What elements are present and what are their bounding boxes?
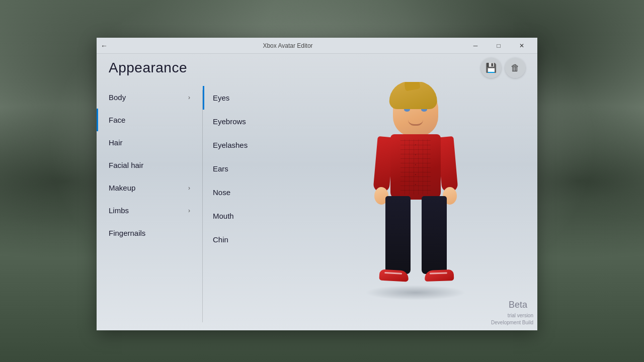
back-button[interactable]: ← — [101, 42, 108, 50]
avatar-pants-left — [385, 196, 411, 274]
sidebar-item-body[interactable]: Body › — [97, 86, 202, 109]
beta-label: Beta — [509, 300, 527, 310]
avatar-figure — [370, 86, 461, 298]
submenu-item-mouth[interactable]: Mouth — [203, 204, 293, 228]
sidebar-item-label: Face — [109, 116, 125, 124]
avatar-hair — [389, 82, 437, 109]
submenu-item-label: Ears — [213, 164, 228, 173]
submenu-item-label: Chin — [213, 235, 228, 244]
avatar-preview: Beta trial version Development Build — [293, 82, 537, 330]
sidebar-item-label: Facial hair — [109, 161, 143, 169]
main-area: Body › Face Hair Facial hair Makeup › Li — [97, 82, 537, 330]
sidebar-item-fingernails[interactable]: Fingernails — [97, 222, 202, 244]
submenu-item-label: Eyebrows — [213, 117, 246, 126]
sidebar-item-label: Makeup — [109, 184, 135, 192]
save-button[interactable]: 💾 — [481, 58, 501, 78]
avatar-shoe-left — [379, 269, 409, 282]
submenu-item-eyelashes[interactable]: Eyelashes — [203, 133, 293, 157]
submenu-item-label: Eyelashes — [213, 141, 248, 149]
restore-button[interactable]: □ — [487, 38, 510, 54]
submenu-item-eyes[interactable]: Eyes — [203, 86, 293, 110]
chevron-right-icon: › — [188, 207, 190, 214]
sidebar-item-label: Hair — [109, 138, 123, 147]
sidebar-item-label: Body — [109, 93, 126, 102]
sidebar-item-label: Limbs — [109, 206, 129, 215]
submenu-item-label: Nose — [213, 188, 230, 197]
chevron-right-icon: › — [188, 185, 190, 192]
left-menu: Body › Face Hair Facial hair Makeup › Li — [97, 82, 202, 330]
submenu-item-eyebrows[interactable]: Eyebrows — [203, 110, 293, 133]
submenu-item-label: Mouth — [213, 212, 234, 220]
submenu-item-ears[interactable]: Ears — [203, 157, 293, 180]
content-area: Appearance 💾 🗑 Body › Face Hair — [97, 54, 537, 330]
trial-label: trial version Development Build — [491, 312, 533, 326]
close-button[interactable]: ✕ — [510, 38, 533, 54]
avatar-pants-right — [422, 196, 447, 274]
sidebar-item-makeup[interactable]: Makeup › — [97, 176, 202, 199]
sub-menu: Eyes Eyebrows Eyelashes Ears Nose Mouth — [203, 82, 293, 330]
page-title: Appearance — [109, 60, 187, 76]
sidebar-item-facial-hair[interactable]: Facial hair — [97, 154, 202, 176]
submenu-item-chin[interactable]: Chin — [203, 228, 293, 251]
avatar-body — [390, 134, 441, 200]
sidebar-item-limbs[interactable]: Limbs › — [97, 199, 202, 222]
avatar-shoe-right — [424, 269, 454, 282]
delete-button[interactable]: 🗑 — [505, 58, 525, 78]
sidebar-item-label: Fingernails — [109, 229, 145, 237]
window-title: Xbox Avatar Editor — [112, 42, 464, 49]
sidebar-item-hair[interactable]: Hair — [97, 131, 202, 154]
window-controls: ─ □ ✕ — [464, 38, 533, 54]
title-bar: ← Xbox Avatar Editor ─ □ ✕ — [97, 38, 537, 54]
header-actions: 💾 🗑 — [481, 58, 525, 78]
submenu-item-label: Eyes — [213, 94, 229, 102]
app-header: Appearance 💾 🗑 — [97, 54, 537, 82]
avatar-smile — [408, 120, 423, 126]
minimize-button[interactable]: ─ — [464, 38, 487, 54]
app-window: ← Xbox Avatar Editor ─ □ ✕ Appearance 💾 … — [97, 38, 537, 330]
submenu-item-nose[interactable]: Nose — [203, 180, 293, 204]
sidebar-item-face[interactable]: Face — [97, 109, 202, 131]
chevron-right-icon: › — [188, 94, 190, 101]
